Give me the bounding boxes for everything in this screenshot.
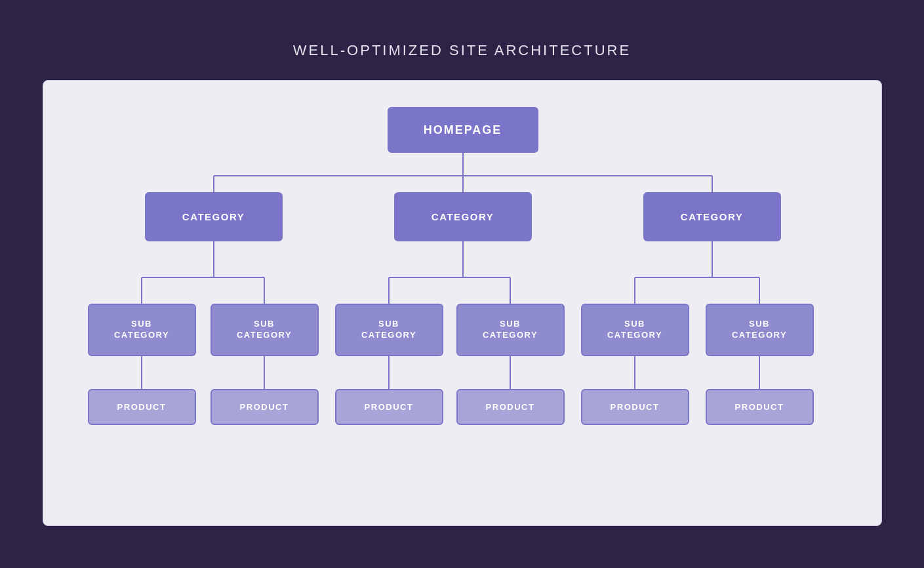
subcategory-node-4: SUBCATEGORY xyxy=(456,304,565,356)
subcategory-node-1: SUBCATEGORY xyxy=(88,304,196,356)
product-node-3: PRODUCT xyxy=(335,389,443,425)
subcategory-node-6: SUBCATEGORY xyxy=(706,304,814,356)
category-node-2: CATEGORY xyxy=(394,192,532,241)
product-node-5: PRODUCT xyxy=(581,389,689,425)
product-node-2: PRODUCT xyxy=(211,389,319,425)
homepage-node: HOMEPAGE xyxy=(388,107,538,153)
category-node-1: CATEGORY xyxy=(145,192,283,241)
product-node-6: PRODUCT xyxy=(706,389,814,425)
subcategory-node-2: SUBCATEGORY xyxy=(211,304,319,356)
subcategory-node-3: SUBCATEGORY xyxy=(335,304,443,356)
product-node-4: PRODUCT xyxy=(456,389,565,425)
product-node-1: PRODUCT xyxy=(88,389,196,425)
category-node-3: CATEGORY xyxy=(643,192,781,241)
diagram-container: HOMEPAGE CATEGORY CATEGORY CATEGORY SUBC… xyxy=(43,80,882,526)
page-title: WELL-OPTIMIZED SITE ARCHITECTURE xyxy=(293,42,631,59)
subcategory-node-5: SUBCATEGORY xyxy=(581,304,689,356)
